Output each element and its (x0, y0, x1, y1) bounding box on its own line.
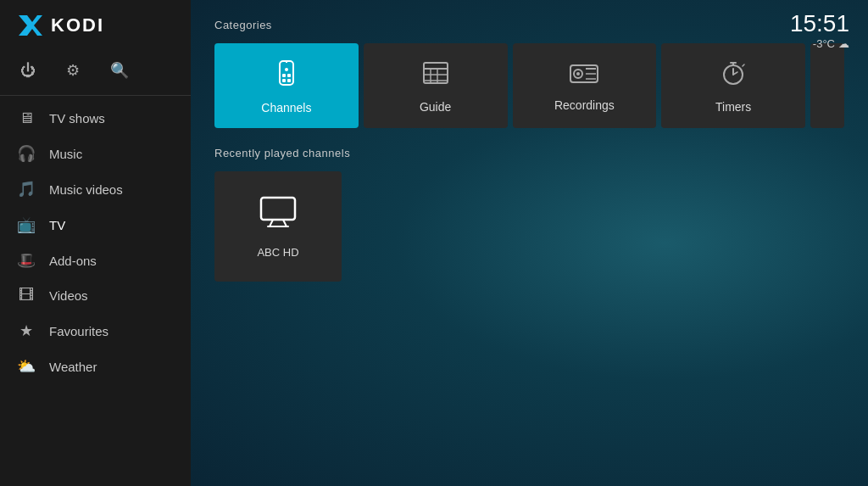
sidebar-item-add-ons[interactable]: 🎩 Add-ons (0, 243, 191, 278)
sidebar-item-label-videos: Videos (49, 288, 88, 303)
category-timers2-partial[interactable] (810, 43, 844, 128)
svg-point-16 (576, 72, 580, 75)
app-title: KODI (51, 14, 104, 36)
settings-button[interactable]: ⚙ (63, 58, 83, 83)
category-channels[interactable]: Channels (214, 43, 359, 128)
svg-rect-1 (280, 61, 293, 85)
sidebar-item-label-favourites: Favourites (49, 324, 108, 338)
svg-marker-0 (19, 15, 42, 36)
guide-icon (421, 59, 450, 93)
svg-rect-26 (261, 198, 295, 220)
categories-label: Categories (214, 19, 844, 31)
category-recordings[interactable]: Recordings (513, 43, 657, 128)
channels-row: ABC HD (214, 171, 844, 282)
svg-point-3 (285, 68, 288, 71)
sidebar-item-label-add-ons: Add-ons (49, 254, 97, 268)
sidebar-item-label-tv: TV (49, 218, 65, 232)
sidebar-item-tv-shows[interactable]: 🖥 TV shows (0, 101, 191, 136)
tv-shows-icon: 🖥 (17, 109, 36, 127)
sidebar-item-label-weather: Weather (49, 360, 97, 374)
sidebar-item-music[interactable]: 🎧 Music (0, 136, 191, 171)
tv-icon: 📺 (17, 215, 36, 234)
sidebar-action-icons: ⏻ ⚙ 🔍 (0, 51, 191, 95)
recordings-label: Recordings (554, 98, 615, 112)
sidebar-item-videos[interactable]: 🎞 Videos (0, 278, 191, 313)
channel-abc-hd[interactable]: ABC HD (214, 171, 342, 282)
category-timers[interactable]: Timers (661, 43, 805, 128)
sidebar-divider (0, 95, 191, 96)
sidebar-item-label-tv-shows: TV shows (49, 111, 105, 126)
guide-label: Guide (420, 100, 451, 114)
weather-icon: ⛅ (17, 357, 36, 376)
sidebar-item-tv[interactable]: 📺 TV (0, 207, 191, 243)
sidebar: KODI ⏻ ⚙ 🔍 🖥 TV shows 🎧 Music 🎵 Music vi… (0, 0, 191, 486)
sidebar-item-music-videos[interactable]: 🎵 Music videos (0, 171, 191, 207)
timers-icon (719, 59, 748, 93)
abc-hd-label: ABC HD (257, 246, 298, 259)
weather-condition-icon: ☁ (838, 37, 849, 50)
svg-rect-4 (282, 74, 286, 77)
clock-display: 15:51 -3°C ☁ (790, 12, 849, 50)
recently-played-label: Recently played channels (214, 147, 844, 159)
favourites-icon: ★ (17, 321, 36, 340)
channels-icon (271, 58, 302, 94)
search-button[interactable]: 🔍 (107, 58, 132, 83)
recordings-icon (569, 60, 599, 92)
sidebar-item-favourites[interactable]: ★ Favourites (0, 313, 191, 349)
clock-weather: -3°C ☁ (790, 37, 849, 50)
sidebar-item-label-music-videos: Music videos (49, 182, 123, 197)
music-icon: 🎧 (17, 144, 36, 163)
add-ons-icon: 🎩 (17, 251, 36, 270)
svg-rect-7 (287, 79, 291, 82)
videos-icon: 🎞 (17, 287, 36, 304)
main-content: 15:51 -3°C ☁ Categories Channels (191, 0, 868, 486)
sidebar-item-label-music: Music (49, 147, 82, 161)
timers-label: Timers (715, 100, 751, 114)
abc-hd-icon (258, 194, 298, 236)
svg-rect-5 (287, 74, 291, 77)
channels-label: Channels (261, 101, 311, 115)
sidebar-header: KODI (0, 0, 191, 51)
svg-rect-6 (282, 79, 286, 82)
categories-row: Channels Guide (214, 43, 844, 128)
sidebar-item-weather[interactable]: ⛅ Weather (0, 349, 191, 384)
kodi-logo-icon (15, 12, 42, 39)
svg-line-25 (743, 64, 744, 66)
category-guide[interactable]: Guide (364, 43, 508, 128)
temperature: -3°C (813, 37, 835, 50)
power-button[interactable]: ⏻ (17, 58, 39, 83)
clock-time: 15:51 (790, 12, 849, 36)
music-videos-icon: 🎵 (17, 180, 36, 198)
